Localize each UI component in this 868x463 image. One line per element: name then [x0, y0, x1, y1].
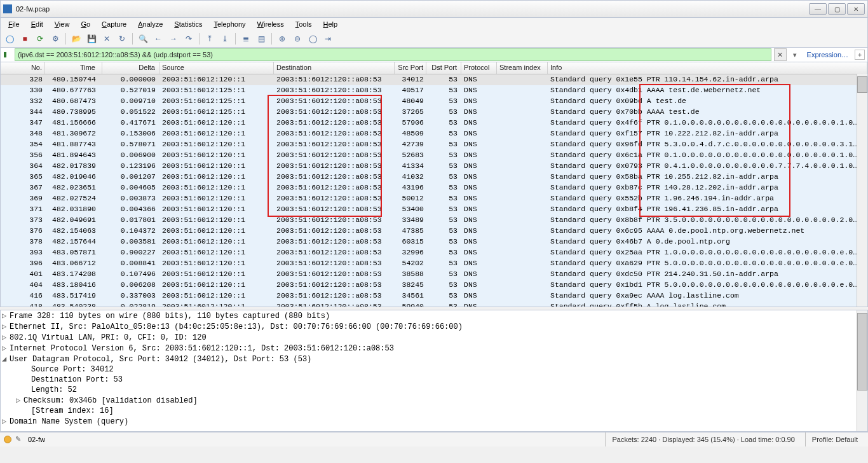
filter-bookmark-icon[interactable]: ▮ [3, 50, 12, 59]
packet-row[interactable]: 378482.1576440.0035812003:51:6012:120::1… [1, 237, 867, 247]
packet-row[interactable]: 356481.8946430.0069002003:51:6012:120::1… [1, 150, 867, 161]
packet-row[interactable]: 365482.0190460.0012072003:51:6012:120::1… [1, 172, 867, 183]
first-packet-icon[interactable]: ⤒ [203, 32, 216, 45]
go-back-icon[interactable]: ← [152, 32, 165, 45]
packet-list-header: No. Time Delta Source Destination Src Po… [1, 62, 867, 74]
window-titlebar: 02-fw.pcap — ▢ ✕ [0, 0, 868, 18]
col-no[interactable]: No. [1, 62, 45, 74]
close-button[interactable]: ✕ [847, 3, 865, 15]
status-packets: Packets: 2240 · Displayed: 345 (15.4%) ·… [605, 432, 801, 446]
zoom-in-icon[interactable]: ⊕ [276, 32, 288, 45]
stop-capture-icon[interactable]: ■ [18, 32, 31, 45]
clear-filter-button[interactable]: ✕ [774, 48, 787, 61]
packet-row[interactable]: 369482.0275240.0038732003:51:6012:120::1… [1, 193, 867, 204]
packet-row[interactable]: 376482.1540630.1043722003:51:6012:120::1… [1, 226, 867, 237]
packet-row[interactable]: 373482.0496910.0178012003:51:6012:120::1… [1, 215, 867, 226]
packet-row[interactable]: 416483.5174190.3370032003:51:6012:120::1… [1, 291, 867, 301]
separator [132, 33, 133, 45]
menu-edit[interactable]: Edit [26, 19, 48, 29]
restart-capture-icon[interactable]: ⟳ [34, 32, 46, 45]
packet-row[interactable]: 328480.1507440.0000002003:51:6012:120::1… [1, 74, 867, 85]
col-time[interactable]: Time [45, 62, 102, 74]
main-toolbar: ◯ ■ ⟳ ⚙ 📂 💾 ✕ ↻ 🔍 ← → ↷ ⤒ ⤓ ≣ ▤ ⊕ ⊖ ◯ ⇥ [0, 31, 868, 48]
col-proto[interactable]: Protocol [461, 62, 497, 74]
last-packet-icon[interactable]: ⤓ [219, 32, 231, 45]
filter-dropdown-icon[interactable]: ▾ [789, 49, 801, 60]
detail-line[interactable]: ▷Frame 328: 110 bytes on wire (880 bits)… [1, 310, 867, 321]
packet-row[interactable]: 348481.3096720.1530062003:51:6012:120::1… [1, 128, 867, 139]
go-to-icon[interactable]: ↷ [182, 32, 195, 45]
col-dstport[interactable]: Dst Port [426, 62, 461, 74]
menu-file[interactable]: File [3, 19, 25, 29]
packet-row[interactable]: 347481.1566660.4176712003:51:6012:120::1… [1, 118, 867, 128]
detail-line[interactable]: ▷Ethernet II, Src: PaloAlto_05:8e:13 (b4… [1, 321, 867, 332]
detail-line[interactable]: Destination Port: 53 [1, 375, 867, 385]
details-scrollbar[interactable] [857, 310, 867, 431]
expression-button[interactable]: Expression… [803, 51, 852, 59]
detail-line[interactable]: [Stream index: 16] [1, 406, 867, 416]
packet-row[interactable]: 330480.6777630.5270192003:51:6012:125::1… [1, 85, 867, 96]
detail-line[interactable]: Length: 52 [1, 385, 867, 395]
packet-row[interactable]: 404483.1804160.0062082003:51:6012:120::1… [1, 280, 867, 291]
col-source[interactable]: Source [159, 62, 274, 74]
expert-info-icon[interactable] [4, 436, 11, 443]
packet-row[interactable]: 354481.8877430.5780712003:51:6012:120::1… [1, 139, 867, 150]
find-icon[interactable]: 🔍 [137, 32, 149, 45]
maximize-button[interactable]: ▢ [828, 3, 846, 15]
detail-line[interactable]: ▷Checksum: 0x346b [validation disabled] [1, 395, 867, 406]
detail-line[interactable]: ▷Internet Protocol Version 6, Src: 2003:… [1, 343, 867, 354]
packet-list-scrollbar[interactable] [857, 74, 867, 307]
window-title: 02-fw.pcap [16, 5, 809, 13]
detail-line[interactable]: Source Port: 34012 [1, 364, 867, 375]
menu-tools[interactable]: Tools [290, 19, 317, 29]
status-file: 02-fw [28, 436, 45, 443]
detail-line[interactable]: ◢User Datagram Protocol, Src Port: 34012… [1, 354, 867, 364]
packet-row[interactable]: 393483.0578710.9002272003:51:6012:120::1… [1, 247, 867, 258]
open-file-icon[interactable]: 📂 [70, 32, 83, 45]
packet-row[interactable]: 401483.1742080.1074962003:51:6012:120::1… [1, 269, 867, 280]
start-capture-icon[interactable]: ◯ [3, 32, 16, 45]
display-filter-input[interactable]: (ipv6.dst == 2003:51:6012:120::a08:53) &… [15, 48, 771, 61]
status-profile[interactable]: Profile: Default [805, 432, 864, 446]
menu-help[interactable]: Help [318, 19, 342, 29]
edit-capture-comment-icon[interactable]: ✎ [15, 435, 24, 444]
packet-list-pane[interactable]: No. Time Delta Source Destination Src Po… [0, 62, 868, 307]
packet-row[interactable]: 332480.6874730.0097102003:51:6012:125::1… [1, 96, 867, 107]
col-dest[interactable]: Destination [274, 62, 395, 74]
col-srcport[interactable]: Src Port [395, 62, 426, 74]
menu-telephony[interactable]: Telephony [208, 19, 250, 29]
packet-row[interactable]: 418483.5402380.0228192003:51:6012:120::1… [1, 301, 867, 307]
packet-row[interactable]: 396483.0667120.0088412003:51:6012:120::1… [1, 258, 867, 269]
col-stream[interactable]: Stream index [497, 62, 548, 74]
packet-row[interactable]: 344480.7389950.0515222003:51:6012:125::1… [1, 107, 867, 118]
menu-capture[interactable]: Capture [97, 19, 132, 29]
display-filter-bar: ▮ (ipv6.dst == 2003:51:6012:120::a08:53)… [0, 48, 868, 62]
menu-view[interactable]: View [50, 19, 75, 29]
menubar: FileEditViewGoCaptureAnalyzeStatisticsTe… [0, 18, 868, 31]
separator [235, 33, 236, 45]
packet-row[interactable]: 371482.0318900.0043662003:51:6012:120::1… [1, 204, 867, 215]
reload-icon[interactable]: ↻ [116, 32, 128, 45]
detail-line[interactable]: ▷802.1Q Virtual LAN, PRI: 0, CFI: 0, ID:… [1, 332, 867, 343]
col-delta[interactable]: Delta [102, 62, 159, 74]
packet-details-pane[interactable]: ▷Frame 328: 110 bytes on wire (880 bits)… [0, 310, 868, 432]
col-info[interactable]: Info [548, 62, 867, 74]
menu-statistics[interactable]: Statistics [169, 19, 207, 29]
zoom-reset-icon[interactable]: ◯ [306, 32, 319, 45]
packet-row[interactable]: 367482.0236510.0046052003:51:6012:120::1… [1, 183, 867, 193]
close-file-icon[interactable]: ✕ [100, 32, 113, 45]
resize-columns-icon[interactable]: ⇥ [322, 32, 334, 45]
add-filter-button[interactable]: + [855, 50, 865, 60]
menu-go[interactable]: Go [76, 19, 95, 29]
zoom-out-icon[interactable]: ⊖ [291, 32, 304, 45]
capture-options-icon[interactable]: ⚙ [49, 32, 62, 45]
go-forward-icon[interactable]: → [167, 32, 180, 45]
menu-analyze[interactable]: Analyze [133, 19, 168, 29]
auto-scroll-icon[interactable]: ≣ [240, 32, 252, 45]
minimize-button[interactable]: — [809, 3, 827, 15]
detail-line[interactable]: ▷Domain Name System (query) [1, 416, 867, 427]
packet-row[interactable]: 364482.0178390.1231962003:51:6012:120::1… [1, 161, 867, 172]
menu-wireless[interactable]: Wireless [252, 19, 289, 29]
save-file-icon[interactable]: 💾 [85, 32, 98, 45]
colorize-icon[interactable]: ▤ [255, 32, 268, 45]
